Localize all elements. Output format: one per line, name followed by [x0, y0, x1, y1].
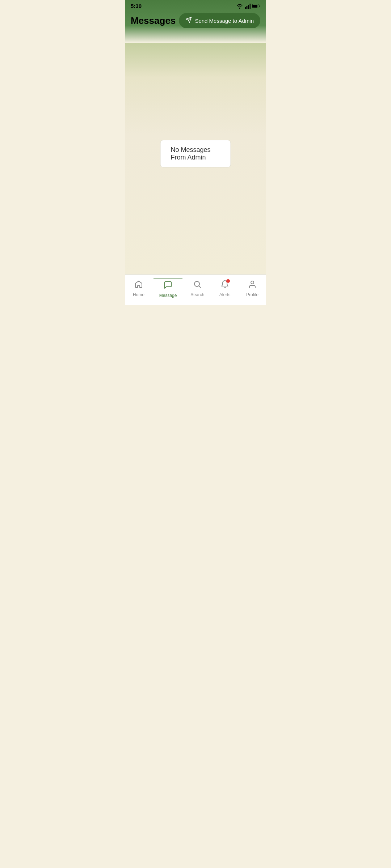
battery-icon [252, 4, 260, 8]
nav-item-alerts[interactable]: Alerts [212, 278, 237, 299]
wifi-icon [236, 4, 243, 9]
home-icon [134, 280, 143, 291]
status-bar: 5:30 [125, 0, 266, 10]
message-icon [164, 281, 172, 292]
nav-item-search[interactable]: Search [185, 278, 210, 299]
svg-point-7 [251, 281, 254, 284]
svg-rect-1 [247, 6, 248, 9]
profile-label: Profile [246, 292, 258, 297]
svg-rect-2 [248, 5, 249, 9]
svg-rect-5 [253, 5, 257, 8]
page-title: Messages [131, 15, 176, 26]
search-label: Search [190, 292, 204, 297]
empty-message-box: No Messages From Admin [160, 140, 231, 167]
notification-badge [226, 279, 230, 283]
svg-rect-0 [245, 7, 246, 9]
status-icons [236, 4, 260, 9]
svg-rect-3 [250, 4, 251, 9]
status-time: 5:30 [131, 3, 142, 9]
send-icon [185, 17, 192, 25]
signal-icon [245, 4, 251, 9]
nav-item-home[interactable]: Home [126, 278, 151, 299]
content-area: No Messages From Admin [125, 43, 266, 275]
svg-point-6 [194, 281, 199, 286]
message-label: Message [159, 293, 177, 298]
profile-icon [248, 280, 257, 291]
nav-item-profile[interactable]: Profile [240, 278, 265, 299]
search-icon [193, 280, 202, 291]
send-message-button[interactable]: Send Message to Admin [179, 13, 260, 28]
send-message-label: Send Message to Admin [195, 18, 254, 24]
bottom-nav: Home Message Search [125, 275, 266, 305]
alerts-label: Alerts [219, 292, 231, 297]
alerts-wrapper [220, 280, 229, 291]
nav-item-message[interactable]: Message [154, 278, 183, 299]
home-label: Home [133, 292, 144, 297]
